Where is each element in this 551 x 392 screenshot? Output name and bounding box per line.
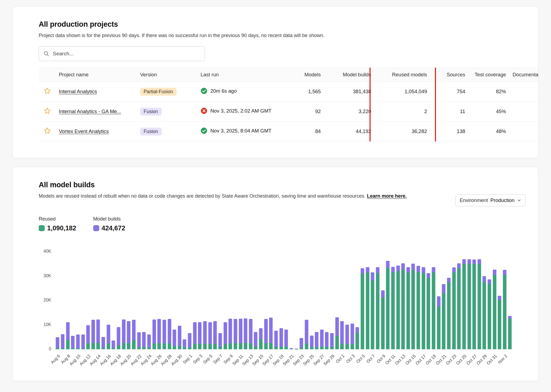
model-builds-bar-segment bbox=[452, 267, 456, 273]
x-axis-tick-label: Sep 5 bbox=[202, 354, 213, 365]
model-builds-bar-segment bbox=[376, 267, 379, 273]
project-name-link[interactable]: Internal Analytics bbox=[59, 89, 97, 94]
reused-bar-segment bbox=[168, 343, 171, 349]
model-builds-bar-segment bbox=[122, 319, 125, 343]
reused-bar-segment bbox=[112, 348, 115, 349]
builds-card-subtitle-text: Models are reused instead of rebuilt whe… bbox=[39, 193, 365, 199]
x-axis-tick-label: Oct 25 bbox=[455, 354, 468, 366]
model-builds-bar-segment bbox=[244, 318, 247, 343]
x-axis-tick-label: Aug 22 bbox=[129, 354, 142, 366]
x-axis-tick-label: Sep 23 bbox=[292, 354, 305, 366]
model-builds-bar-segment bbox=[81, 334, 85, 348]
reused-bar-segment bbox=[264, 343, 268, 349]
x-axis-tick-label: Oct 1 bbox=[335, 354, 346, 364]
search-icon bbox=[43, 51, 49, 57]
learn-more-link[interactable]: Learn more here. bbox=[367, 193, 407, 199]
reused-bar-segment bbox=[310, 347, 313, 349]
table-row: Vortex Event AnalyticsFusionNov 3, 2025,… bbox=[39, 122, 538, 141]
model-builds-bar-segment bbox=[325, 332, 329, 347]
reused-bar-segment bbox=[493, 275, 496, 349]
model-builds-bar-segment bbox=[356, 327, 359, 333]
model-builds-bar-segment bbox=[279, 328, 283, 346]
x-axis-tick-label: Sep 7 bbox=[212, 354, 223, 365]
x-axis-tick-label: Oct 15 bbox=[404, 354, 417, 366]
model-builds-bar-segment bbox=[96, 319, 100, 343]
y-axis-tick-label: 30K bbox=[39, 273, 51, 278]
favorite-star-icon[interactable] bbox=[44, 127, 51, 134]
model-builds-bar-segment bbox=[315, 332, 319, 347]
model-builds-chart: 010K20K30K40K Aug 6Aug 8Aug 10Aug 12Aug … bbox=[39, 249, 512, 370]
reused-bar-segment bbox=[381, 297, 385, 349]
x-axis-tick-label: Oct 5 bbox=[355, 354, 366, 364]
project-name-link[interactable]: Vortex Event Analytics bbox=[59, 128, 109, 134]
error-x-icon bbox=[201, 107, 207, 114]
model-builds-bar-segment bbox=[381, 290, 385, 297]
legend-item-model-builds: Model builds 424,672 bbox=[93, 216, 125, 232]
model-builds-bar-segment bbox=[203, 321, 207, 343]
reused-bar-segment bbox=[432, 272, 435, 349]
reused-bar-segment bbox=[442, 293, 446, 349]
search-input[interactable] bbox=[52, 50, 200, 57]
reused-models-count: 1,054,049 bbox=[374, 82, 430, 102]
model-builds-bar-segment bbox=[305, 320, 308, 343]
x-axis-tick-label: Sep 11 bbox=[231, 354, 244, 366]
model-builds-bar-segment bbox=[152, 319, 156, 343]
favorite-star-icon[interactable] bbox=[44, 107, 51, 114]
reused-bar-segment bbox=[269, 343, 273, 349]
reused-bar-segment bbox=[361, 274, 364, 349]
reused-bar-segment bbox=[462, 264, 466, 349]
reused-bar-segment bbox=[137, 347, 141, 349]
documentation-cell bbox=[509, 122, 538, 141]
model-builds-bar-segment bbox=[132, 320, 135, 340]
documentation-cell bbox=[509, 82, 538, 102]
reused-bar-segment bbox=[305, 343, 308, 349]
model-builds-bar-segment bbox=[422, 267, 425, 273]
model-builds-bar-segment bbox=[127, 321, 131, 343]
version-badge: Partial-Fusion bbox=[140, 88, 177, 96]
test-coverage-value: 45% bbox=[468, 102, 509, 122]
environment-select[interactable]: Environment Production bbox=[455, 194, 526, 206]
reused-bar-segment bbox=[244, 343, 247, 349]
model-builds-bar-segment bbox=[447, 278, 450, 282]
reused-bar-segment bbox=[249, 343, 252, 349]
column-header: Project name bbox=[56, 68, 137, 82]
model-builds-bar-segment bbox=[229, 319, 232, 343]
reused-bar-segment bbox=[289, 349, 293, 349]
model-builds-bar-segment bbox=[183, 339, 186, 348]
last-run-text: Nov 3, 2025, 8:04 AM GMT bbox=[210, 128, 271, 134]
reused-bar-segment bbox=[386, 268, 390, 349]
model-builds-bar-segment bbox=[340, 321, 344, 343]
reused-bar-segment bbox=[117, 346, 120, 349]
reused-bar-segment bbox=[158, 343, 161, 349]
reused-bar-segment bbox=[508, 319, 511, 349]
model-builds-bar-segment bbox=[300, 338, 303, 348]
reused-bar-segment bbox=[239, 343, 242, 349]
projects-card-subtitle: Project data shown is for the previous 9… bbox=[39, 32, 538, 39]
column-header: Models bbox=[289, 68, 324, 82]
x-axis-tick-label: Aug 28 bbox=[160, 354, 173, 366]
models-count: 92 bbox=[289, 102, 324, 122]
project-search-box[interactable] bbox=[39, 46, 205, 61]
project-name-link[interactable]: Internal Analytics - GA Me... bbox=[59, 108, 121, 114]
chart-legend: Reused 1,090,182 Model builds 424,672 bbox=[39, 216, 512, 232]
model-builds-bar-segment bbox=[158, 319, 161, 343]
documentation-cell bbox=[509, 102, 538, 122]
model-builds-bar-segment bbox=[274, 331, 278, 346]
table-row: Internal AnalyticsPartial-Fusion20m 6s a… bbox=[39, 82, 538, 102]
x-axis-tick-label: Oct 29 bbox=[476, 354, 488, 366]
x-axis-tick-label: Oct 17 bbox=[414, 354, 427, 366]
model-builds-bar-segment bbox=[168, 319, 171, 343]
reused-bar-segment bbox=[452, 272, 456, 349]
favorite-star-icon[interactable] bbox=[44, 87, 51, 95]
reused-bar-segment bbox=[467, 264, 471, 349]
table-row: Internal Analytics - GA Me...FusionNov 3… bbox=[39, 102, 538, 122]
reused-bar-segment bbox=[102, 348, 105, 349]
version-badge: Fusion bbox=[140, 108, 162, 116]
model-builds-bar-segment bbox=[259, 328, 263, 339]
reused-bar-segment bbox=[107, 343, 110, 349]
x-axis-tick-label: Sep 25 bbox=[302, 354, 315, 366]
reused-bar-segment bbox=[173, 346, 176, 349]
x-axis-tick-label: Sep 15 bbox=[251, 354, 264, 366]
reused-bar-segment bbox=[259, 339, 263, 349]
reused-bar-segment bbox=[371, 281, 374, 349]
